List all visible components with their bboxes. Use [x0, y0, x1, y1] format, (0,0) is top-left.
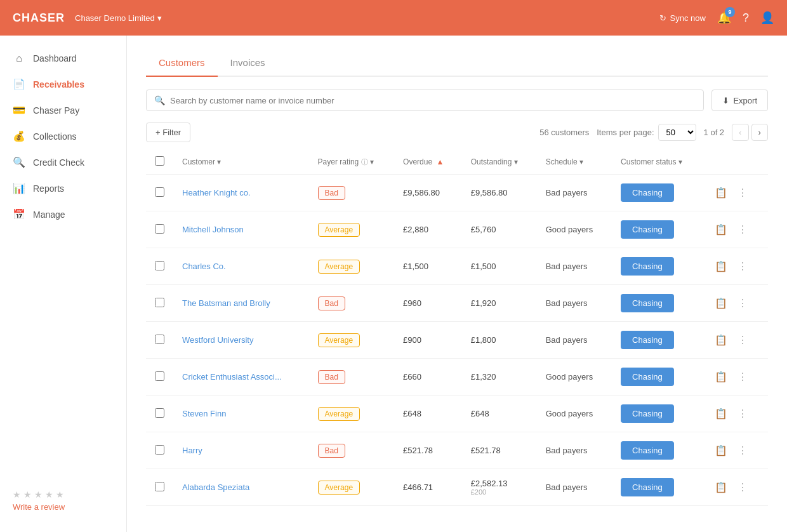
- row-checkbox[interactable]: [155, 408, 164, 418]
- row-checkbox[interactable]: [155, 298, 164, 307]
- customer-link[interactable]: Mitchell Johnson: [182, 225, 244, 234]
- document-action-icon[interactable]: 📋: [712, 296, 730, 310]
- user-icon[interactable]: 👤: [760, 11, 774, 25]
- row-checkbox[interactable]: [155, 187, 164, 197]
- items-per-page-control: Items per page: 50 25 100: [597, 124, 696, 141]
- tab-customers[interactable]: Customers: [146, 51, 218, 77]
- filter-button[interactable]: + Filter: [146, 123, 190, 142]
- sidebar-item-credit-check[interactable]: 🔍 Credit Check: [0, 149, 126, 175]
- column-header-payer-rating[interactable]: Payer rating ⓘ ▾: [309, 150, 395, 175]
- payer-rating-cell: Bad: [309, 432, 395, 469]
- tab-invoices[interactable]: Invoices: [218, 51, 278, 77]
- actions-cell: 📋 ⋮: [703, 322, 768, 359]
- export-button[interactable]: ⬇ Export: [711, 90, 768, 111]
- more-options-icon[interactable]: ⋮: [735, 443, 750, 458]
- document-action-icon[interactable]: 📋: [712, 369, 730, 384]
- table-row: Mitchell Johnson Average £2,880 £5,760 G…: [146, 211, 768, 248]
- table-row: Charles Co. Average £1,500 £1,500 Bad pa…: [146, 248, 768, 285]
- table-row: Cricket Enthusiast Associ... Bad £660 £1…: [146, 359, 768, 396]
- select-all-checkbox[interactable]: [155, 156, 164, 166]
- chasing-button[interactable]: Chasing: [621, 294, 674, 312]
- sidebar-item-reports[interactable]: 📊 Reports: [0, 175, 126, 201]
- overdue-cell: £660: [394, 359, 462, 396]
- top-navigation: CHASER Chaser Demo Limited ▾ ↻ Sync now …: [0, 0, 787, 36]
- star-rating[interactable]: ★ ★ ★ ★ ★: [13, 489, 114, 500]
- more-options-icon[interactable]: ⋮: [735, 222, 750, 237]
- chasing-button[interactable]: Chasing: [621, 404, 674, 423]
- sidebar: ⌂ Dashboard 📄 Receivables 💳 Chaser Pay 💰…: [0, 36, 127, 532]
- logo: CHASER: [13, 11, 65, 25]
- star-3[interactable]: ★: [34, 489, 43, 500]
- next-page-button[interactable]: ›: [751, 124, 768, 141]
- customer-link[interactable]: Charles Co.: [182, 262, 226, 271]
- more-options-icon[interactable]: ⋮: [735, 369, 750, 384]
- customer-link[interactable]: Cricket Enthusiast Associ...: [182, 372, 282, 382]
- sidebar-item-receivables[interactable]: 📄 Receivables: [0, 71, 126, 97]
- row-checkbox[interactable]: [155, 261, 164, 270]
- sidebar-item-collections[interactable]: 💰 Collections: [0, 123, 126, 149]
- more-options-icon[interactable]: ⋮: [735, 296, 750, 310]
- select-all-header: [146, 150, 173, 175]
- chasing-button[interactable]: Chasing: [621, 331, 674, 349]
- star-2[interactable]: ★: [23, 489, 32, 500]
- customer-link[interactable]: Steven Finn: [182, 409, 226, 418]
- star-4[interactable]: ★: [45, 489, 53, 500]
- chasing-button[interactable]: Chasing: [621, 441, 674, 460]
- items-per-page-label: Items per page:: [597, 128, 654, 137]
- items-per-page-select[interactable]: 50 25 100: [658, 124, 696, 141]
- actions-cell: 📋 ⋮: [703, 285, 768, 322]
- notifications-button[interactable]: 🔔 9: [717, 11, 731, 25]
- search-export-bar: 🔍 ⬇ Export: [146, 90, 768, 111]
- sidebar-item-manage[interactable]: 📅 Manage: [0, 201, 126, 227]
- row-checkbox[interactable]: [155, 335, 164, 344]
- document-action-icon[interactable]: 📋: [712, 333, 730, 347]
- customer-link[interactable]: Alabarda Speziata: [182, 482, 249, 492]
- more-options-icon[interactable]: ⋮: [735, 406, 750, 421]
- row-checkbox-cell: [146, 175, 173, 211]
- status-cell: Chasing: [612, 248, 703, 285]
- more-options-icon[interactable]: ⋮: [735, 333, 750, 347]
- customer-link[interactable]: Harry: [182, 446, 202, 455]
- document-action-icon[interactable]: 📋: [712, 222, 730, 237]
- sidebar-item-chaser-pay[interactable]: 💳 Chaser Pay: [0, 97, 126, 123]
- customer-link[interactable]: Heather Knight co.: [182, 188, 251, 197]
- customer-link[interactable]: The Batsman and Brolly: [182, 298, 270, 308]
- chasing-button[interactable]: Chasing: [621, 220, 674, 239]
- row-checkbox[interactable]: [155, 224, 164, 234]
- star-5[interactable]: ★: [56, 489, 64, 500]
- column-header-overdue[interactable]: Overdue ▲: [394, 150, 462, 175]
- write-review-link[interactable]: Write a review: [13, 502, 114, 512]
- sidebar-item-dashboard[interactable]: ⌂ Dashboard: [0, 46, 126, 71]
- help-icon[interactable]: ?: [743, 11, 749, 25]
- actions-cell: 📋 ⋮: [703, 432, 768, 469]
- chasing-button[interactable]: Chasing: [621, 478, 674, 496]
- column-header-status[interactable]: Customer status ▾: [612, 150, 703, 175]
- row-checkbox[interactable]: [155, 371, 164, 381]
- sync-button[interactable]: ↻ Sync now: [659, 13, 706, 23]
- customer-link[interactable]: Westford University: [182, 335, 253, 345]
- more-options-icon[interactable]: ⋮: [735, 480, 750, 495]
- document-action-icon[interactable]: 📋: [712, 406, 730, 421]
- prev-page-button[interactable]: ‹: [732, 124, 748, 141]
- document-action-icon[interactable]: 📋: [712, 443, 730, 458]
- document-action-icon[interactable]: 📋: [712, 185, 730, 200]
- topnav-left: CHASER Chaser Demo Limited ▾: [13, 11, 162, 25]
- more-options-icon[interactable]: ⋮: [735, 185, 750, 200]
- main-content: Customers Invoices 🔍 ⬇ Export + Filter 5…: [127, 36, 787, 532]
- document-action-icon[interactable]: 📋: [712, 480, 730, 495]
- customer-header-label: Customer: [182, 157, 215, 166]
- column-header-outstanding[interactable]: Outstanding ▾: [462, 150, 537, 175]
- company-selector[interactable]: Chaser Demo Limited ▾: [75, 13, 162, 23]
- chasing-button[interactable]: Chasing: [621, 183, 674, 202]
- star-1[interactable]: ★: [13, 489, 21, 500]
- column-header-customer[interactable]: Customer ▾: [173, 150, 309, 175]
- column-header-schedule[interactable]: Schedule ▾: [537, 150, 612, 175]
- payer-rating-cell: Average: [309, 248, 395, 285]
- document-action-icon[interactable]: 📋: [712, 259, 730, 274]
- more-options-icon[interactable]: ⋮: [735, 259, 750, 274]
- row-checkbox[interactable]: [155, 445, 164, 455]
- chasing-button[interactable]: Chasing: [621, 257, 674, 276]
- row-checkbox[interactable]: [155, 482, 164, 491]
- search-input[interactable]: [170, 96, 696, 105]
- chasing-button[interactable]: Chasing: [621, 368, 674, 386]
